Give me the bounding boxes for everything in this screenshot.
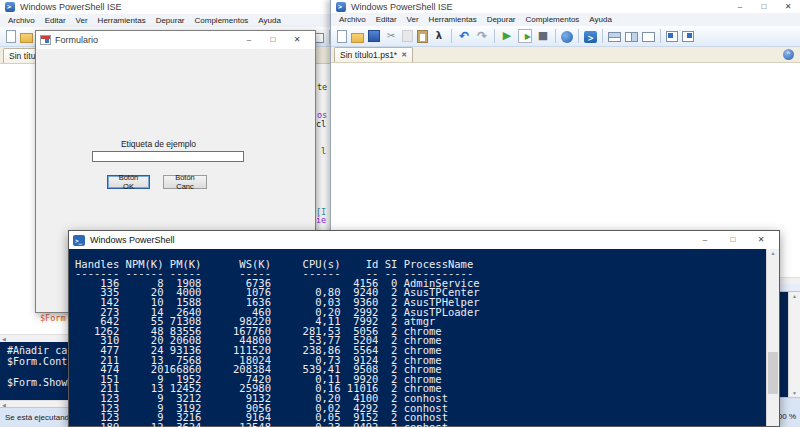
code-fragment: $Form (40, 314, 66, 323)
run-script-icon[interactable] (500, 29, 514, 43)
menu-item-editar[interactable]: Editar (371, 15, 402, 24)
window-title: Windows PowerShell (90, 235, 175, 245)
copy-icon[interactable] (402, 30, 413, 42)
menu-bar: ArchivoEditarVerHerramientasDepurarCompl… (0, 14, 331, 27)
text-input[interactable] (92, 151, 244, 162)
run-selection-icon[interactable] (518, 29, 532, 43)
code-fragment: ie (316, 216, 326, 225)
toolbar-separator (602, 29, 603, 43)
toolbar-separator (578, 29, 579, 43)
menu-item-complementos[interactable]: Complementos (521, 15, 585, 24)
save-icon[interactable] (368, 30, 380, 42)
close-button[interactable]: ✕ (285, 34, 309, 46)
menu-item-ver[interactable]: Ver (71, 16, 93, 25)
vertical-scrollbar[interactable]: ▲ (766, 249, 779, 426)
menu-item-editar[interactable]: Editar (40, 16, 71, 25)
vertical-scrollbar[interactable]: ▲ ▼ (788, 292, 800, 397)
titlebar[interactable]: Formulario – □ ✕ (36, 31, 315, 49)
popout-console-icon[interactable] (682, 31, 694, 42)
powershell-console-window: Windows PowerShell – □ ✕ Handles NPM(K) … (68, 230, 780, 427)
menu-item-ayuda[interactable]: Ayuda (253, 16, 286, 25)
paste-icon[interactable] (417, 30, 428, 43)
menu-item-ayuda[interactable]: Ayuda (584, 15, 617, 24)
tab-label: Sin títul (9, 51, 37, 61)
example-label: Etiqueta de ejemplo (76, 139, 241, 149)
scroll-down-icon[interactable]: ▼ (789, 390, 800, 396)
menu-item-depurar[interactable]: Depurar (151, 16, 190, 25)
form-icon (40, 35, 51, 45)
powershell-ise-icon (5, 2, 15, 12)
scrollbar-thumb[interactable] (768, 352, 778, 394)
window-title: Windows PowerShell ISE (351, 2, 453, 12)
tab-bar: Sin título1.ps1* ✕ ^ (331, 47, 800, 63)
desktop: Windows PowerShell ISE ArchivoEditarVerH… (0, 0, 800, 427)
titlebar[interactable]: Windows PowerShell ISE – □ ✕ (331, 0, 800, 13)
toolbar (331, 26, 800, 47)
stop-operation-icon[interactable] (536, 29, 550, 43)
menu-item-depurar[interactable]: Depurar (482, 15, 521, 24)
new-remote-tab-icon[interactable] (561, 31, 573, 43)
menu-item-complementos[interactable]: Complementos (190, 16, 254, 25)
powershell-ise-icon (336, 2, 346, 12)
toolbar-separator (451, 29, 452, 43)
tab-close-icon[interactable]: ✕ (401, 51, 407, 59)
maximize-button[interactable]: □ (752, 1, 776, 13)
maximize-button[interactable]: □ (719, 234, 747, 246)
menu-item-ver[interactable]: Ver (402, 15, 424, 24)
code-fragment: cl (316, 120, 326, 129)
code-fragment: te (317, 83, 327, 92)
minimize-button[interactable]: – (237, 34, 261, 46)
menu-item-archivo[interactable]: Archivo (3, 16, 40, 25)
menu-item-archivo[interactable]: Archivo (334, 15, 371, 24)
open-script-icon[interactable] (20, 33, 33, 43)
toolbar-separator (494, 29, 495, 43)
scroll-up-icon[interactable]: ▲ (789, 293, 800, 299)
minimize-button[interactable]: – (691, 234, 719, 246)
open-script-icon[interactable] (351, 33, 364, 43)
new-script-icon[interactable] (337, 30, 347, 43)
undo-icon[interactable] (457, 29, 471, 43)
collapse-chevron-icon[interactable]: ^ (783, 49, 794, 60)
popout-script-icon[interactable] (666, 31, 678, 42)
menu-item-herramientas[interactable]: Herramientas (93, 16, 151, 25)
process-table-output: Handles NPM(K) PM(K) WS(K) CPU(s) Id SI … (75, 250, 480, 427)
menu-item-herramientas[interactable]: Herramientas (424, 15, 482, 24)
layout-split-icon[interactable] (608, 32, 621, 42)
close-button[interactable]: ✕ (747, 234, 775, 246)
powershell-icon (73, 235, 85, 246)
layout-right-icon[interactable] (625, 32, 638, 42)
scroll-up-icon[interactable]: ▲ (767, 250, 779, 256)
close-button[interactable]: ✕ (776, 1, 800, 13)
redo-icon[interactable] (475, 29, 489, 43)
menu-bar: ArchivoEditarVerHerramientasDepurarCompl… (331, 13, 800, 26)
toolbar-separator (660, 29, 661, 43)
start-powershell-icon[interactable] (584, 31, 597, 43)
tab-script[interactable]: Sin título1.ps1* ✕ (334, 47, 413, 62)
minimize-button[interactable]: – (728, 1, 752, 13)
ok-button[interactable]: Botón OK (107, 175, 150, 189)
cancel-button[interactable]: Botón Canc (163, 175, 207, 189)
toolbar-separator (555, 29, 556, 43)
tab-label: Sin título1.ps1* (340, 50, 397, 60)
layout-max-icon[interactable] (642, 32, 655, 42)
window-title: Formulario (55, 35, 98, 45)
window-title: Windows PowerShell ISE (20, 2, 122, 12)
titlebar[interactable]: Windows PowerShell ISE (0, 0, 331, 14)
cut-icon[interactable] (384, 29, 398, 43)
new-script-icon[interactable] (6, 30, 16, 43)
clear-console-icon[interactable] (432, 29, 446, 43)
titlebar[interactable]: Windows PowerShell – □ ✕ (69, 231, 779, 249)
code-fragment: l (321, 147, 326, 156)
maximize-button[interactable]: □ (261, 34, 285, 46)
